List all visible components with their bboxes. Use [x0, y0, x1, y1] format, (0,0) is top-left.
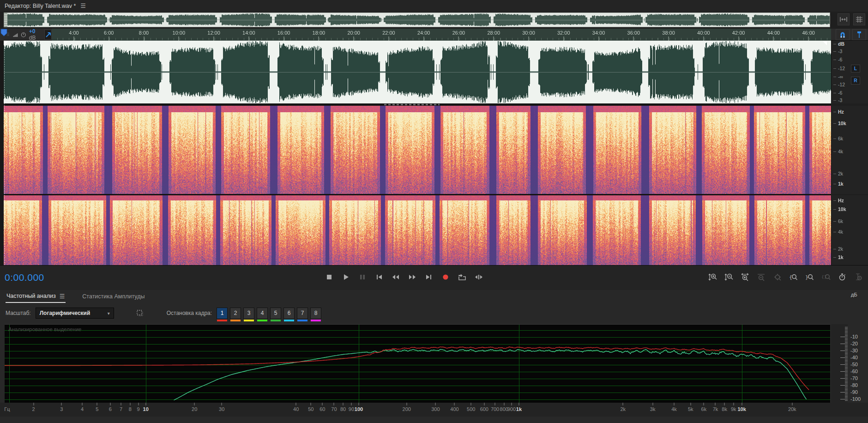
channel-button-r[interactable]: R — [851, 77, 860, 85]
skip-selection-button[interactable] — [473, 271, 485, 283]
freq-tick-label: 10k — [737, 406, 746, 412]
refresh-timer-button[interactable] — [836, 271, 848, 283]
playhead-handle[interactable] — [0, 29, 8, 36]
waveform-panel[interactable] — [4, 41, 831, 103]
zoom-in-point-button[interactable]: { — [788, 271, 800, 283]
gain-value: +0 — [29, 28, 36, 35]
freq-tick — [110, 403, 110, 405]
stop-button[interactable] — [323, 271, 335, 283]
zoom-amplitude-button[interactable] — [852, 271, 864, 283]
db-tick-label: -20 — [850, 341, 858, 346]
overview-waveform-canvas[interactable] — [4, 13, 830, 27]
pin-playhead-button[interactable] — [44, 30, 52, 40]
db-scale-label: -12 — [838, 82, 845, 87]
freq-tick-label: 3 — [60, 406, 63, 412]
hold-buttons: 12345678 — [217, 308, 321, 319]
fast-forward-button[interactable] — [406, 271, 418, 283]
playhead-line[interactable] — [4, 41, 5, 266]
freq-tick — [495, 403, 495, 405]
clock-icon[interactable] — [21, 31, 26, 39]
marker-button[interactable] — [852, 29, 866, 40]
freq-tick-label: 300 — [431, 406, 440, 412]
frequency-axis: Гц23456789102030405060708090100200300400… — [0, 403, 868, 417]
goto-start-button[interactable] — [373, 271, 385, 283]
snap-toggle-button[interactable] — [836, 29, 850, 40]
scale-tick-icon — [833, 249, 836, 249]
channel-button-l[interactable]: L — [851, 65, 860, 73]
hold-button-4[interactable]: 4 — [257, 308, 268, 319]
timecode-display[interactable]: 0:00.000 — [5, 272, 44, 283]
rewind-button[interactable] — [390, 271, 402, 283]
timeline-label: 38:00 — [662, 30, 675, 36]
freq-tick — [194, 403, 195, 405]
db-unit-label: дБ — [851, 292, 857, 297]
loop-playback-button[interactable] — [456, 271, 468, 283]
play-button[interactable] — [340, 271, 352, 283]
timeline-label: 44:00 — [767, 30, 780, 36]
waveform-canvas[interactable] — [4, 41, 831, 103]
frequency-plot[interactable]: Анализированное выделение — [5, 324, 830, 403]
hold-button-6[interactable]: 6 — [283, 308, 295, 319]
hold-label: Остановка кадра: — [167, 310, 212, 316]
audition-editor-window: Редактор: Billy Talent.wav * ☰ 4:006:008… — [0, 0, 868, 423]
hold-color-bar — [271, 320, 281, 321]
timeline-major-tick — [703, 36, 704, 41]
hold-button-5[interactable]: 5 — [270, 308, 281, 319]
hold-button-7[interactable]: 7 — [297, 308, 308, 319]
spectrogram-canvas-left[interactable] — [4, 106, 831, 194]
gain-control[interactable]: +0 dB — [29, 28, 39, 41]
pause-button[interactable] — [356, 271, 368, 283]
tab-menu-icon[interactable]: ☰ — [60, 293, 65, 300]
hold-button-3[interactable]: 3 — [243, 308, 254, 319]
zoom-selection-button[interactable]: {} — [820, 271, 832, 283]
timeline-label: 8:00 — [139, 30, 149, 36]
record-button[interactable] — [440, 271, 452, 283]
hz-scale-label: 2k — [838, 171, 843, 176]
copy-frame-button[interactable] — [134, 308, 146, 319]
hz-scale-label: Hz — [838, 109, 844, 115]
hold-button-2[interactable]: 2 — [230, 308, 241, 319]
timeline-label: 22:00 — [382, 30, 395, 36]
freq-tick-label: 4k — [671, 406, 677, 412]
scale-label: Масштаб: — [6, 310, 31, 316]
scale-dropdown[interactable]: Логарифмический ▾ — [36, 308, 114, 319]
zoom-reset-button[interactable] — [772, 271, 784, 283]
levels-icon[interactable] — [13, 31, 18, 38]
timeline-major-tick — [179, 36, 179, 41]
scale-tick-icon — [833, 100, 836, 101]
zoom-in-horizontal-button[interactable] — [739, 271, 751, 283]
overview-strip[interactable] — [4, 12, 830, 27]
panel-corner-handle-right[interactable] — [823, 41, 827, 45]
panel-corner-handle-left[interactable] — [4, 41, 8, 45]
freq-tick — [138, 403, 139, 405]
goto-end-button[interactable] — [423, 271, 435, 283]
spectrogram-panel-left[interactable] — [4, 106, 831, 194]
range-select-button[interactable] — [838, 13, 850, 25]
tab-amplitude-statistics[interactable]: Статистика Амплитуды — [81, 290, 145, 303]
display-grid-button[interactable] — [853, 13, 865, 25]
divider-grip[interactable] — [384, 104, 440, 105]
zoom-out-point-button[interactable]: } — [804, 271, 816, 283]
spectrogram-canvas-right[interactable] — [4, 195, 831, 265]
analysis-controls: Масштаб: Логарифмический ▾ Остановка кад… — [0, 303, 868, 323]
hold-color-bar — [311, 320, 321, 321]
freq-tick — [623, 403, 623, 405]
tab-frequency-analysis[interactable]: Частотный анализ ☰ — [6, 290, 66, 303]
hz-scale-label: 6k — [838, 136, 843, 141]
frequency-plot-canvas[interactable] — [5, 325, 830, 403]
panel-menu-icon[interactable]: ☰ — [80, 2, 86, 9]
overview-left-handle[interactable] — [4, 13, 7, 27]
hold-button-8[interactable]: 8 — [310, 308, 321, 319]
scale-tick-icon — [833, 151, 836, 152]
db-axis-labels: -10-20-30-40-50-60-70-80-90-100 — [849, 322, 868, 405]
plot-annotation: Анализированное выделение — [8, 326, 81, 332]
zoom-out-vertical-button[interactable] — [723, 271, 735, 283]
freq-tick-label: 5 — [96, 406, 98, 412]
zoom-in-vertical-button[interactable] — [707, 271, 719, 283]
freq-tick-label: 4 — [81, 406, 84, 412]
hold-button-1[interactable]: 1 — [217, 308, 228, 319]
spectrogram-panel-right[interactable] — [4, 195, 831, 265]
hz-scale-label: 1k — [838, 254, 844, 260]
zoom-out-horizontal-button[interactable] — [755, 271, 767, 283]
freq-tick — [296, 403, 296, 405]
